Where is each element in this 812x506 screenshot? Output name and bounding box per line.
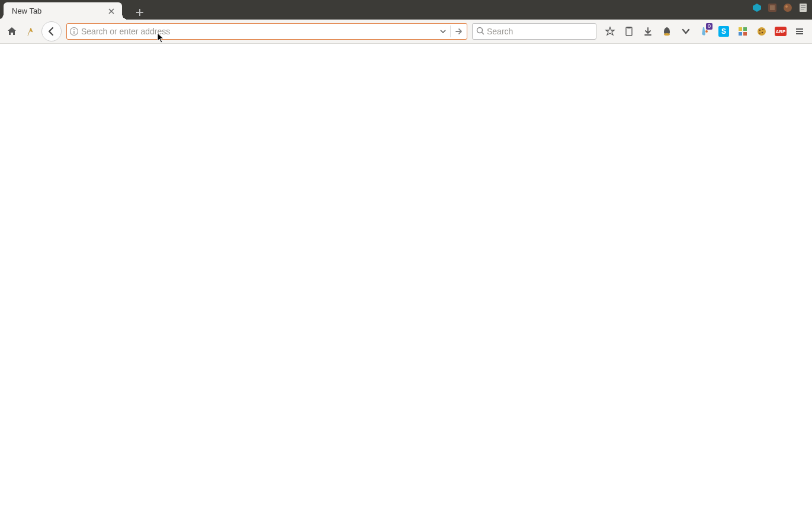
svg-point-24	[762, 29, 763, 30]
svg-rect-11	[73, 31, 74, 34]
nav-toolbar: 0 S ABP	[0, 20, 812, 44]
browser-tab[interactable]: New Tab	[4, 2, 122, 20]
svg-rect-21	[743, 32, 747, 36]
search-icon	[476, 27, 484, 37]
svg-point-10	[73, 29, 75, 30]
svg-rect-18	[739, 27, 742, 31]
tray-app-icon-1[interactable]	[767, 2, 778, 13]
system-tray	[752, 2, 808, 13]
svg-point-17	[705, 30, 708, 33]
new-tab-button[interactable]	[131, 5, 148, 20]
svg-rect-14	[626, 27, 632, 36]
home-button[interactable]	[4, 23, 20, 40]
bookmark-app-icon[interactable]	[23, 23, 39, 40]
back-button[interactable]	[41, 21, 62, 41]
svg-point-22	[758, 27, 766, 36]
svg-point-25	[762, 32, 763, 34]
tray-app-icon-2[interactable]	[782, 2, 793, 13]
extension-skype-icon[interactable]: S	[715, 23, 733, 40]
svg-rect-15	[627, 27, 631, 28]
go-button[interactable]	[450, 25, 467, 37]
extension-cookie-icon[interactable]	[753, 23, 771, 40]
reading-list-button[interactable]	[620, 23, 638, 40]
downloads-button[interactable]	[639, 23, 657, 40]
hamburger-menu-button[interactable]	[791, 23, 808, 40]
close-tab-icon[interactable]	[107, 7, 116, 16]
page-content	[0, 44, 812, 506]
svg-marker-0	[753, 4, 761, 12]
svg-rect-2	[770, 5, 775, 10]
url-input[interactable]	[81, 24, 436, 39]
svg-point-23	[759, 30, 760, 31]
site-info-icon[interactable]	[67, 27, 81, 36]
tray-clipboard-icon[interactable]	[798, 2, 808, 13]
bookmark-star-button[interactable]	[601, 23, 619, 40]
svg-line-13	[482, 32, 484, 34]
search-bar[interactable]	[472, 23, 596, 40]
svg-rect-19	[743, 27, 747, 31]
svg-point-3	[784, 4, 792, 12]
extension-gnome-icon[interactable]	[658, 23, 676, 40]
search-input[interactable]	[487, 24, 592, 39]
svg-rect-20	[739, 32, 742, 36]
svg-point-4	[785, 5, 788, 8]
notification-badge: 0	[706, 23, 712, 30]
extension-colorful-icon[interactable]	[734, 23, 752, 40]
toolbar-right: 0 S ABP	[601, 23, 808, 40]
pocket-button[interactable]	[677, 23, 695, 40]
svg-rect-8	[801, 9, 804, 9]
svg-point-26	[759, 33, 760, 34]
tab-title: New Tab	[12, 7, 107, 15]
tray-network-icon[interactable]	[752, 2, 762, 13]
url-bar[interactable]	[66, 23, 467, 40]
extension-stylish-icon[interactable]: 0	[696, 23, 714, 40]
tab-strip: New Tab	[0, 0, 812, 20]
svg-rect-7	[801, 7, 805, 8]
extension-abp-icon[interactable]: ABP	[772, 23, 789, 40]
url-dropdown-icon[interactable]	[436, 28, 450, 35]
svg-point-16	[664, 33, 670, 36]
svg-point-12	[477, 27, 483, 33]
svg-rect-6	[801, 5, 805, 6]
